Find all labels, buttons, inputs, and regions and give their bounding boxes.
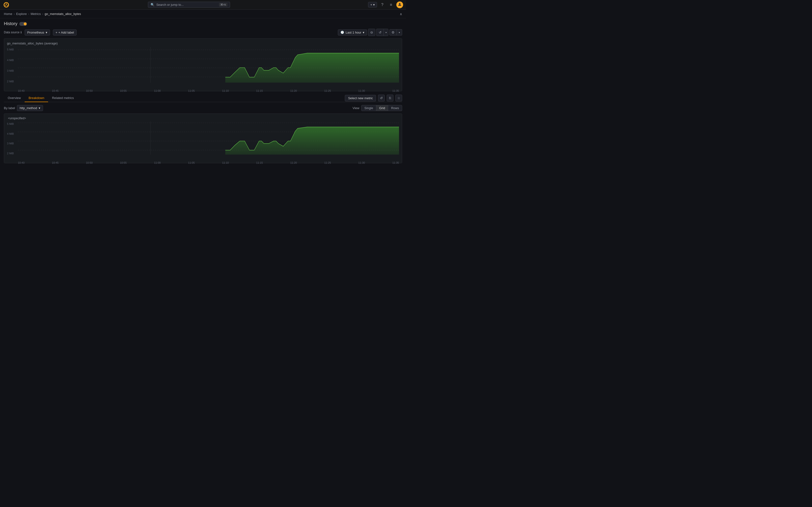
view-rows-button[interactable]: Rows	[388, 105, 402, 111]
by-label: By label	[4, 106, 15, 110]
refresh-button[interactable]: ↺	[376, 29, 384, 36]
breadcrumb-metrics[interactable]: Metrics	[31, 12, 41, 16]
history-toggle[interactable]	[19, 22, 27, 26]
datasource-select[interactable]: Prometheus ▾	[24, 30, 50, 36]
breadcrumb-sep-3: ›	[42, 12, 43, 16]
grafana-logo[interactable]	[3, 1, 10, 8]
breadcrumb-explore[interactable]: Explore	[16, 12, 27, 16]
settings-dropdown-button[interactable]: ▾	[397, 29, 402, 36]
svg-marker-13	[225, 53, 399, 82]
tab-refresh-button[interactable]: ↺	[378, 95, 385, 101]
bd-x-label-1135: 11:35	[392, 161, 399, 164]
breadcrumb-sep-2: ›	[28, 12, 29, 16]
tab-share-icon: ⎘	[389, 96, 391, 100]
tab-related-metrics[interactable]: Related metrics	[48, 94, 78, 102]
time-controls: 🕐 Last 1 hour ▾ ⊖ ↺ ▾ ⚙ ▾	[338, 29, 402, 36]
select-new-metric-button[interactable]: Select new metric	[345, 95, 376, 101]
breadcrumb-sep-1: ›	[14, 12, 15, 16]
breakdown-chart-x-axis: 10:40 10:45 10:50 10:55 11:00 11:05 11:1…	[18, 161, 399, 164]
bd-x-label-1120: 11:20	[290, 161, 297, 164]
svg-point-2	[6, 3, 7, 4]
bd-x-label-1055: 10:55	[120, 161, 127, 164]
breakdown-chart-svg-area: 10:40 10:45 10:50 10:55 11:00 11:05 11:1…	[18, 121, 399, 160]
breakdown-y-label-4mib: 4 MiB	[7, 132, 18, 135]
view-controls: View Single Grid Rows	[353, 105, 402, 111]
zoom-out-button[interactable]: ⊖	[368, 29, 375, 36]
y-label-2mib: 2 MiB	[7, 80, 18, 83]
tab-actions: Select new metric ↺ ⎘ ☆	[345, 95, 402, 101]
tab-related-metrics-label: Related metrics	[52, 96, 74, 100]
navbar-actions: + ▾ ? ≡	[368, 1, 403, 8]
svg-marker-19	[225, 127, 399, 155]
settings-button[interactable]: ⚙	[389, 29, 397, 36]
refresh-chevron: ▾	[386, 31, 387, 34]
svg-point-7	[399, 3, 400, 4]
tab-overview-label: Overview	[8, 96, 21, 100]
user-avatar[interactable]	[396, 1, 403, 8]
toggle-track[interactable]	[19, 22, 27, 26]
page-content: History Data source ℹ Prometheus ▾ + + A…	[0, 18, 406, 169]
help-button[interactable]: ?	[379, 1, 386, 8]
search-box[interactable]: 🔍 Search or jump to... ⌘+k	[148, 2, 230, 8]
breakdown-controls: By label http_method ▾ View Single Grid …	[4, 105, 402, 111]
refresh-dropdown-button[interactable]: ▾	[384, 29, 388, 36]
svg-point-3	[7, 5, 7, 6]
x-label-1040: 10:40	[18, 89, 24, 92]
tab-breakdown-label: Breakdown	[29, 96, 44, 100]
view-grid-button[interactable]: Grid	[376, 105, 388, 111]
add-label-icon: +	[56, 31, 57, 34]
collapse-button[interactable]: ∧	[400, 12, 402, 16]
tab-breakdown[interactable]: Breakdown	[24, 94, 48, 102]
x-label-1050: 10:50	[86, 89, 93, 92]
x-label-1120: 11:20	[290, 89, 297, 92]
add-button[interactable]: + ▾	[368, 2, 377, 7]
help-icon: ?	[382, 3, 384, 7]
label-value: http_method	[19, 106, 37, 110]
bd-x-label-1050: 10:50	[86, 161, 93, 164]
x-label-1045: 10:45	[52, 89, 59, 92]
settings-chevron: ▾	[399, 31, 400, 34]
bd-x-label-1045: 10:45	[52, 161, 59, 164]
datasource-value: Prometheus	[27, 31, 44, 34]
datasource-label: Data source	[4, 31, 19, 34]
x-label-1125: 11:25	[324, 89, 331, 92]
x-label-1105: 11:05	[188, 89, 195, 92]
main-chart-title: go_memstats_alloc_bytes (average)	[7, 42, 399, 45]
datasource-chevron: ▾	[46, 31, 47, 34]
time-range-select[interactable]: 🕐 Last 1 hour ▾	[338, 30, 367, 36]
x-label-1130: 11:30	[358, 89, 365, 92]
time-value: Last 1 hour	[346, 31, 361, 34]
refresh-icon: ↺	[379, 31, 382, 34]
tab-share-button[interactable]: ⎘	[387, 95, 394, 101]
info-icon[interactable]: ℹ	[20, 31, 22, 34]
view-rows-label: Rows	[391, 106, 399, 110]
time-chevron: ▾	[363, 31, 364, 34]
main-chart-svg	[18, 47, 399, 88]
datasource-row: Data source ℹ Prometheus ▾ + + Add label…	[4, 29, 402, 36]
bd-x-label-1110: 11:10	[222, 161, 229, 164]
breakdown-chart-svg	[18, 121, 399, 160]
news-button[interactable]: ≡	[388, 1, 394, 8]
y-label-3mib: 3 MiB	[7, 69, 18, 72]
add-icon: +	[370, 3, 372, 6]
search-shortcut: ⌘+k	[219, 3, 227, 6]
breadcrumb-home[interactable]: Home	[4, 12, 12, 16]
add-label-button[interactable]: + + Add label	[53, 30, 77, 36]
tab-overview[interactable]: Overview	[4, 94, 24, 102]
tab-star-button[interactable]: ☆	[395, 95, 402, 101]
history-header: History	[4, 21, 402, 26]
breakdown-chart-area: 5 MiB 4 MiB 3 MiB 2 MiB	[7, 121, 399, 160]
avatar-icon	[398, 2, 402, 7]
x-label-1055: 10:55	[120, 89, 127, 92]
label-select[interactable]: http_method ▾	[17, 105, 43, 111]
view-single-button[interactable]: Single	[361, 105, 376, 111]
tab-refresh-icon: ↺	[380, 96, 383, 100]
toggle-knob	[24, 22, 27, 25]
label-chevron: ▾	[39, 106, 40, 110]
x-label-1100: 11:00	[154, 89, 161, 92]
search-placeholder: Search or jump to...	[156, 3, 184, 6]
zoom-out-icon: ⊖	[370, 31, 373, 34]
view-grid-label: Grid	[379, 106, 385, 110]
top-navbar: 🔍 Search or jump to... ⌘+k + ▾ ? ≡	[0, 0, 406, 10]
breakdown-y-label-2mib: 2 MiB	[7, 152, 18, 155]
